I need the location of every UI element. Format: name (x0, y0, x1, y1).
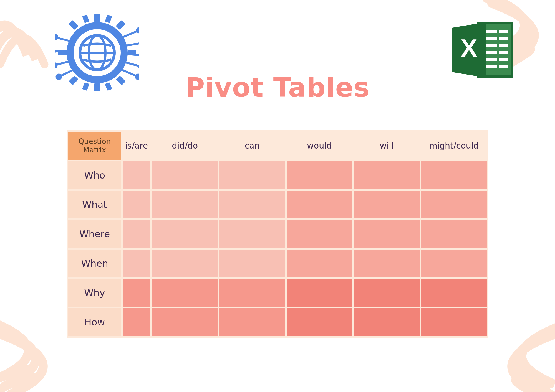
matrix-cell (123, 250, 150, 277)
svg-rect-43 (486, 51, 497, 54)
matrix-cell (219, 279, 285, 307)
matrix-cell (123, 279, 150, 307)
matrix-cell (152, 308, 218, 336)
matrix-cell (219, 191, 285, 218)
col-head: might/could (421, 132, 487, 160)
svg-rect-39 (486, 37, 497, 40)
svg-rect-44 (500, 51, 508, 54)
svg-rect-42 (500, 44, 508, 47)
matrix-cell (123, 191, 150, 218)
matrix-cell (123, 220, 150, 248)
matrix-cell (219, 308, 285, 336)
svg-point-28 (56, 35, 57, 39)
row-head: When (68, 250, 121, 277)
matrix-cell (287, 308, 352, 336)
col-head: would (287, 132, 352, 160)
svg-rect-5 (116, 20, 125, 30)
col-head: did/do (152, 132, 218, 160)
matrix-cell (421, 279, 487, 307)
col-head: is/are (123, 132, 150, 160)
matrix-cell (354, 191, 419, 218)
matrix-cell (219, 250, 285, 277)
matrix-cell (354, 250, 419, 277)
svg-text:X: X (461, 34, 477, 62)
row-head: What (68, 191, 121, 218)
matrix-cell (152, 279, 218, 307)
matrix-cell (354, 279, 419, 307)
svg-rect-38 (500, 30, 508, 33)
matrix-cell (287, 191, 352, 218)
svg-rect-0 (94, 14, 100, 22)
matrix-cell (287, 250, 352, 277)
svg-line-23 (125, 62, 139, 67)
svg-line-17 (122, 30, 139, 37)
matrix-cell (152, 161, 218, 189)
svg-rect-4 (69, 20, 78, 30)
matrix-cell (421, 220, 487, 248)
svg-rect-9 (105, 15, 112, 23)
svg-rect-37 (486, 30, 497, 33)
matrix-cell (219, 161, 285, 189)
matrix-cell (287, 220, 352, 248)
svg-rect-41 (486, 44, 497, 47)
matrix-cell (421, 161, 487, 189)
matrix-cell (354, 308, 419, 336)
col-head: can (219, 132, 285, 160)
matrix-cell (287, 279, 352, 307)
row-head: How (68, 308, 121, 336)
matrix-cell (421, 308, 487, 336)
svg-line-19 (125, 43, 139, 46)
svg-rect-40 (500, 37, 508, 40)
svg-rect-46 (500, 58, 508, 61)
table-corner-label: Question Matrix (68, 132, 121, 160)
col-head: will (354, 132, 419, 160)
svg-point-32 (56, 63, 57, 68)
svg-rect-48 (500, 65, 508, 68)
page-title: Pivot Tables (0, 72, 555, 103)
matrix-cell (354, 220, 419, 248)
matrix-cell (287, 161, 352, 189)
excel-icon: X (450, 19, 516, 80)
matrix-cell (354, 161, 419, 189)
matrix-cell (152, 191, 218, 218)
svg-rect-8 (82, 15, 89, 23)
matrix-cell (152, 250, 218, 277)
question-matrix-table: Question Matrix is/are did/do can would … (67, 130, 488, 338)
matrix-cell (123, 161, 150, 189)
matrix-cell (421, 191, 487, 218)
row-head: Why (68, 279, 121, 307)
matrix-cell (123, 308, 150, 336)
matrix-cell (421, 250, 487, 277)
svg-rect-45 (486, 58, 497, 61)
matrix-cell (152, 220, 218, 248)
row-head: Who (68, 161, 121, 189)
matrix-cell (219, 220, 285, 248)
svg-point-18 (137, 28, 139, 32)
row-head: Where (68, 220, 121, 248)
svg-rect-47 (486, 65, 497, 68)
